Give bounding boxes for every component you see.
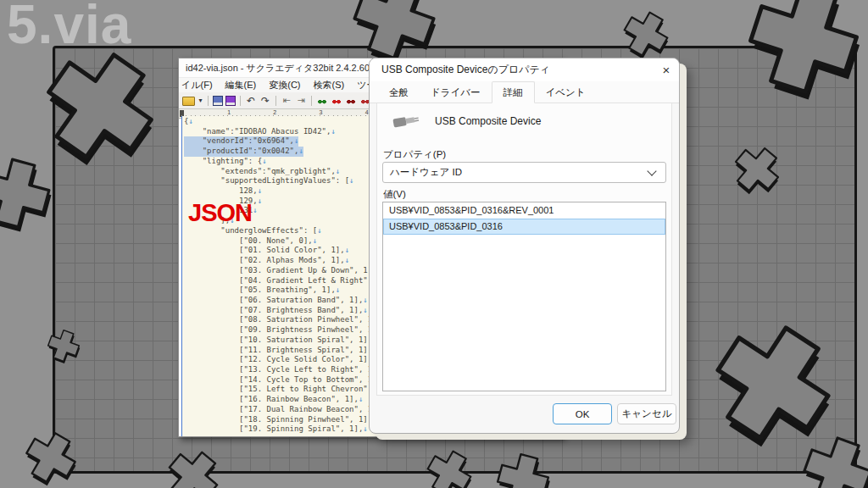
property-dropdown-value: ハードウェア ID	[383, 166, 648, 179]
toolbar-separator	[311, 96, 312, 106]
toolbar-separator	[208, 96, 209, 106]
menu-item[interactable]: イル(F)	[181, 79, 213, 92]
details-tab-page: USB Composite Device プロパティ(P) ハードウェア ID …	[376, 103, 672, 396]
newline-mark-icon: ↓	[313, 236, 317, 245]
find-prev-icon[interactable]	[345, 95, 357, 107]
jump-back-icon[interactable]: ⇤	[281, 95, 292, 107]
usb-device-icon	[392, 110, 421, 131]
newline-mark-icon: ↓	[298, 147, 303, 155]
properties-dialog: USB Composite Deviceのプロパティ × 全般ドライバー詳細イベ…	[369, 58, 680, 434]
tab-inactive[interactable]: 全般	[378, 84, 420, 103]
property-label: プロパティ(P)	[383, 148, 446, 161]
tab-inactive[interactable]: ドライバー	[420, 84, 492, 103]
device-row: USB Composite Device	[392, 113, 541, 130]
newline-mark-icon: ↓	[294, 136, 298, 145]
menu-item[interactable]: 編集(E)	[225, 79, 257, 92]
folder-open-icon[interactable]	[182, 97, 195, 106]
newline-mark-icon: ↓	[188, 117, 192, 125]
dropdown-arrow-icon[interactable]: ▾	[198, 95, 203, 107]
toolbar-separator	[240, 96, 241, 106]
newline-mark-icon: ↓	[336, 167, 340, 175]
ruler-number: 2	[273, 109, 276, 115]
newline-mark-icon: ↓	[363, 306, 367, 314]
close-icon[interactable]: ×	[654, 63, 679, 77]
newline-mark-icon: ↓	[253, 206, 257, 214]
redo-icon[interactable]: ↷	[259, 95, 271, 107]
save-all-icon[interactable]	[225, 96, 236, 106]
newline-mark-icon: ↓	[345, 246, 349, 254]
tab-inactive[interactable]: イベント	[535, 84, 597, 103]
dialog-title-bar: USB Composite Deviceのプロパティ ×	[370, 58, 679, 81]
toolbar-separator	[275, 96, 276, 106]
cancel-button[interactable]: キャンセル	[617, 403, 676, 424]
hardware-id-item[interactable]: USB¥VID_0853&PID_0316	[383, 219, 665, 235]
menu-item[interactable]: 変換(C)	[269, 79, 300, 92]
watermark-text: 5.via	[7, 0, 131, 56]
value-listbox[interactable]: USB¥VID_0853&PID_0316&REV_0001USB¥VID_08…	[382, 202, 666, 391]
newline-mark-icon: ↓	[363, 424, 367, 433]
dialog-title: USB Composite Deviceのプロパティ	[370, 63, 654, 77]
newline-mark-icon: ↓	[262, 157, 266, 165]
replace-icon[interactable]	[331, 95, 342, 107]
device-name: USB Composite Device	[435, 115, 541, 127]
newline-mark-icon: ↓	[349, 176, 353, 185]
dialog-tab-strip: 全般ドライバー詳細イベント	[370, 81, 679, 103]
newline-mark-icon: ↓	[363, 296, 367, 304]
newline-mark-icon: ↓	[336, 286, 340, 294]
newline-mark-icon: ↓	[359, 395, 363, 403]
tab-active[interactable]: 詳細	[492, 81, 535, 103]
menu-item[interactable]: 検索(S)	[314, 79, 345, 92]
save-icon[interactable]	[213, 96, 223, 106]
ok-button[interactable]: OK	[553, 403, 612, 424]
property-dropdown[interactable]: ハードウェア ID	[382, 162, 666, 183]
chevron-down-icon	[647, 166, 656, 175]
newline-mark-icon: ↓	[331, 127, 335, 136]
ruler-number: 3	[320, 109, 323, 115]
newline-mark-icon: ↓	[317, 226, 321, 235]
desktop-background: 5.via id42-via.json - サクラエディタ32bit 2.4.2…	[0, 0, 868, 488]
newline-mark-icon: ↓	[345, 256, 349, 264]
newline-mark-icon: ↓	[258, 186, 262, 195]
undo-icon[interactable]: ↶	[245, 95, 257, 107]
hardware-id-item[interactable]: USB¥VID_0853&PID_0316&REV_0001	[383, 202, 665, 219]
find-icon[interactable]	[316, 95, 328, 107]
ruler-number: 1	[227, 109, 231, 115]
newline-mark-icon: ↓	[258, 197, 262, 205]
json-annotation: JSON	[188, 199, 252, 227]
jump-forward-icon[interactable]: ⇥	[295, 95, 307, 107]
value-label: 値(V)	[383, 188, 406, 201]
